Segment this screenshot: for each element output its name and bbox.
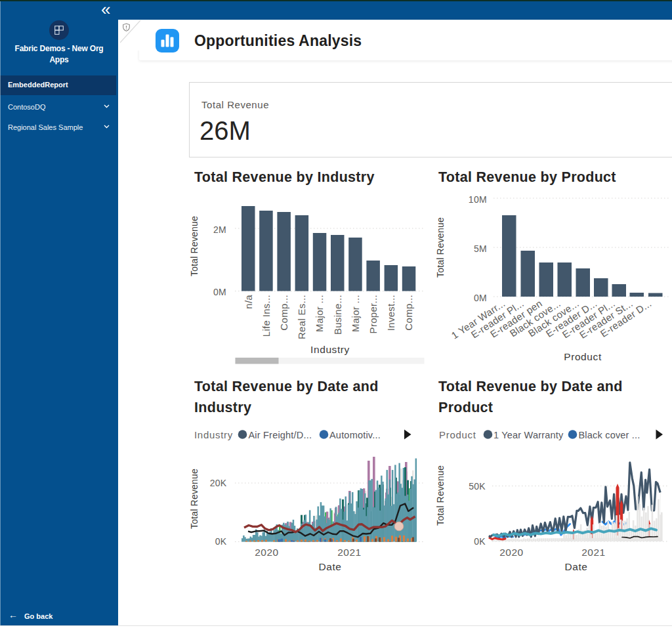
svg-text:Total Revenue: Total Revenue	[435, 465, 446, 526]
svg-text:Total Revenue by Date and: Total Revenue by Date and	[438, 379, 623, 394]
svg-text:Total Revenue: Total Revenue	[189, 469, 200, 529]
svg-text:Total Revenue by Industry: Total Revenue by Industry	[194, 169, 375, 185]
svg-text:0K: 0K	[215, 536, 227, 547]
svg-text:Total Revenue by Date and: Total Revenue by Date and	[194, 379, 379, 394]
svg-text:Black cover ...: Black cover ...	[579, 430, 640, 440]
svg-text:5M: 5M	[474, 243, 487, 254]
svg-text:0M: 0M	[213, 287, 226, 297]
svg-text:Product: Product	[438, 400, 493, 415]
svg-text:Automotiv...: Automotiv...	[329, 430, 381, 440]
svg-text:Air Freight/D...: Air Freight/D...	[249, 430, 312, 440]
svg-text:Proper...: Proper...	[368, 295, 379, 333]
svg-text:Date: Date	[318, 561, 341, 572]
svg-text:2020: 2020	[499, 547, 523, 558]
svg-text:Total Revenue by Product: Total Revenue by Product	[438, 169, 616, 185]
svg-text:2021: 2021	[581, 547, 605, 558]
svg-text:n/a: n/a	[243, 295, 254, 309]
svg-text:1 Year Warranty: 1 Year Warranty	[494, 430, 564, 440]
svg-text:Date: Date	[564, 561, 587, 572]
svg-text:Real Es...: Real Es...	[296, 295, 307, 339]
svg-text:Major ...: Major ...	[350, 295, 361, 332]
svg-text:0K: 0K	[474, 536, 486, 547]
svg-text:Industry: Industry	[194, 429, 233, 440]
svg-text:Busine...: Busine...	[332, 295, 343, 335]
svg-text:0M: 0M	[474, 293, 487, 303]
svg-text:Product: Product	[439, 429, 476, 440]
svg-text:2021: 2021	[337, 547, 361, 558]
svg-text:Industry: Industry	[310, 344, 350, 355]
svg-text:2020: 2020	[255, 547, 278, 558]
svg-text:2M: 2M	[213, 224, 226, 235]
svg-text:10M: 10M	[469, 194, 487, 205]
svg-text:50K: 50K	[469, 481, 486, 492]
svg-text:Total Revenue: Total Revenue	[189, 216, 200, 276]
svg-text:Invest...: Invest...	[385, 295, 396, 331]
svg-text:Comp...: Comp...	[278, 295, 289, 331]
svg-text:Product: Product	[564, 351, 602, 362]
svg-text:Comp...: Comp...	[403, 295, 414, 331]
svg-text:Industry: Industry	[194, 400, 251, 415]
svg-text:20K: 20K	[210, 478, 227, 488]
svg-text:Total Revenue: Total Revenue	[435, 217, 446, 278]
svg-text:Life Ins...: Life Ins...	[261, 295, 272, 337]
svg-text:Major ...: Major ...	[314, 295, 325, 332]
